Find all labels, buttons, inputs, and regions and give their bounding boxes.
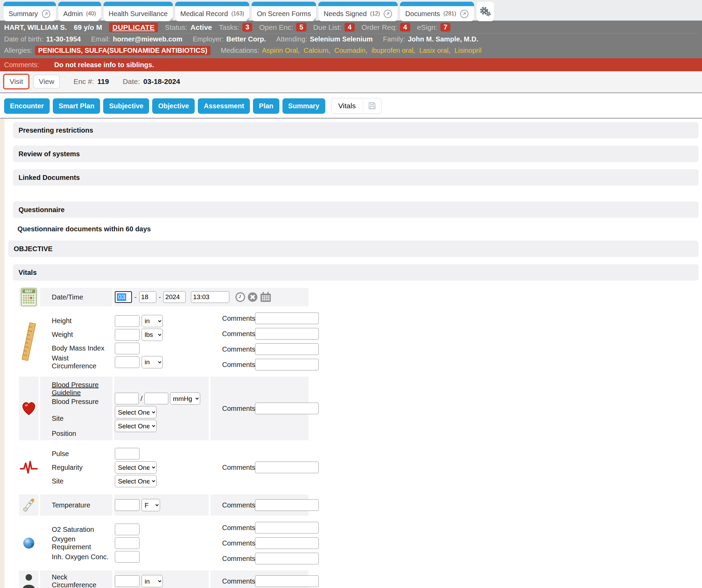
due-list-count-badge[interactable]: 4 [344, 23, 354, 32]
inh-oxygen-conc-input[interactable] [115, 551, 140, 563]
date-month-input[interactable]: 03 [115, 291, 132, 303]
tab-on-screen-forms[interactable]: On Screen Forms [252, 2, 316, 21]
bp-systolic-input[interactable] [115, 393, 139, 404]
tab-admin[interactable]: Admin(40) [58, 2, 101, 21]
encounter-button[interactable]: Encounter [4, 98, 50, 114]
top-tab-bar: Summary Admin(40) Health Surveillance Me… [0, 0, 702, 21]
waist-unit-select[interactable]: in [142, 356, 163, 368]
section-review-of-systems[interactable]: Review of systems [13, 146, 699, 162]
bp-position-select[interactable]: Select One [115, 420, 157, 432]
medication-item[interactable]: Calcium [304, 47, 328, 54]
order-req-count-badge[interactable]: 4 [400, 23, 410, 32]
tab-medical-record[interactable]: Medical Record(163) [175, 2, 249, 21]
vitals-active-tab[interactable]: Vitals [331, 98, 382, 114]
blood-pressure-row: Blood Pressure Guideline Blood Pressure … [19, 377, 308, 440]
bp-unit-select[interactable]: mmHg [170, 392, 200, 405]
duplicate-flag-badge[interactable]: DUPLICATE [109, 23, 158, 32]
settings-button[interactable] [476, 2, 494, 21]
temperature-unit-select[interactable]: F [142, 499, 160, 511]
tab-health-surveillance[interactable]: Health Surveillance [104, 2, 173, 21]
oxygen-requirement-input[interactable] [115, 537, 140, 549]
o2-saturation-input[interactable] [115, 524, 140, 535]
bp-site-select[interactable]: Select One [115, 406, 157, 418]
assessment-button[interactable]: Assessment [198, 98, 250, 114]
time-input[interactable] [191, 291, 229, 303]
bmi-comments-input[interactable] [255, 343, 319, 355]
section-objective[interactable]: OBJECTIVE [8, 241, 699, 257]
bp-diastolic-input[interactable] [144, 393, 168, 404]
waist-input[interactable] [115, 356, 140, 368]
bp-comments-input[interactable] [255, 403, 319, 414]
section-linked-documents[interactable]: Linked Documents [13, 169, 699, 186]
regularity-label: Regularity [52, 464, 83, 471]
tab-documents[interactable]: Documents(281) [400, 2, 474, 21]
visit-tab-button[interactable]: Visit [4, 75, 28, 88]
open-enc-count-badge[interactable]: 5 [296, 23, 306, 32]
medication-item[interactable]: Coumadin [334, 47, 365, 54]
save-icon [367, 101, 377, 110]
comments-label: Comments [222, 555, 255, 563]
date-day-input[interactable] [139, 291, 156, 303]
tab-cap [104, 2, 173, 6]
section-vitals[interactable]: Vitals [13, 264, 699, 281]
neck-circumference-input[interactable] [115, 575, 140, 587]
medication-separator: , [413, 47, 415, 54]
esign-count-badge[interactable]: 7 [440, 23, 450, 32]
medication-item[interactable]: Lasix oral [419, 47, 449, 54]
oxygen-requirement-comments-input[interactable] [255, 537, 319, 549]
pulse-input[interactable] [115, 448, 140, 460]
section-questionnaire[interactable]: Questionnaire [13, 201, 699, 218]
o2-saturation-comments-input[interactable] [255, 522, 319, 534]
medication-separator: , [328, 47, 330, 54]
pulse-comments-input[interactable] [255, 462, 319, 473]
objective-button[interactable]: Objective [152, 98, 195, 114]
neck-unit-select[interactable]: in [142, 575, 163, 587]
waist-comments-input[interactable] [255, 359, 319, 370]
date-year-input[interactable] [163, 291, 186, 303]
weight-comments-input[interactable] [255, 328, 319, 340]
inh-oxygen-conc-comments-input[interactable] [255, 553, 319, 564]
temperature-comments-input[interactable] [255, 499, 319, 511]
neck-circumference-row: Neck Circumference in Comments [19, 571, 308, 588]
comments-label: Comments [222, 330, 255, 338]
temperature-input[interactable] [115, 499, 140, 511]
medication-item[interactable]: Lisinopril [455, 47, 482, 54]
open-arrow-icon[interactable] [41, 9, 51, 19]
open-arrow-icon[interactable] [460, 9, 469, 19]
section-presenting-restrictions[interactable]: Presenting restrictions [13, 122, 699, 138]
questionnaire-docs-heading: Questionnaire documents within 60 days [17, 225, 702, 233]
allergies-badge[interactable]: PENICILLINS, SULFA(SULFONAMIDE ANTIBIOTI… [35, 46, 210, 55]
tab-summary[interactable]: Summary [3, 2, 56, 21]
clock-icon[interactable] [235, 292, 245, 302]
tasks-count-badge[interactable]: 3 [242, 23, 252, 32]
save-button[interactable] [363, 99, 381, 113]
weight-input[interactable] [115, 329, 140, 341]
comments-label: Comments [222, 345, 255, 353]
medication-item[interactable]: Aspirin Oral [262, 47, 298, 54]
plan-button[interactable]: Plan [253, 98, 279, 114]
smart-plan-button[interactable]: Smart Plan [53, 98, 100, 114]
comments-banner-label: Comments: [4, 61, 39, 69]
height-input[interactable] [115, 315, 140, 327]
pulse-site-select[interactable]: Select One [115, 475, 157, 487]
tab-label: Medical Record [180, 10, 228, 18]
neck-comments-input[interactable] [255, 575, 319, 587]
weight-unit-select[interactable]: lbs [142, 329, 163, 341]
clear-date-icon[interactable] [247, 292, 258, 302]
esign-label: eSign: [417, 23, 438, 32]
bp-guideline-link[interactable]: Blood Pressure Guideline [52, 381, 112, 397]
medications-label: Medications: [221, 47, 259, 54]
height-comments-input[interactable] [255, 313, 319, 324]
subjective-button[interactable]: Subjective [103, 98, 149, 114]
view-tab-button[interactable]: View [33, 75, 60, 88]
tab-needs-signed[interactable]: Needs Signed(12) [318, 2, 398, 21]
svg-text:MAY: MAY [25, 290, 33, 293]
calendar-picker-icon[interactable] [260, 292, 271, 303]
height-unit-select[interactable]: in [142, 315, 163, 327]
summary-button[interactable]: Summary [282, 98, 325, 114]
medication-item[interactable]: ibuprofen oral [372, 47, 413, 54]
regularity-select[interactable]: Select One [115, 461, 157, 474]
bmi-input[interactable] [115, 343, 140, 354]
open-arrow-icon[interactable] [383, 9, 392, 19]
comments-label: Comments [222, 405, 255, 413]
